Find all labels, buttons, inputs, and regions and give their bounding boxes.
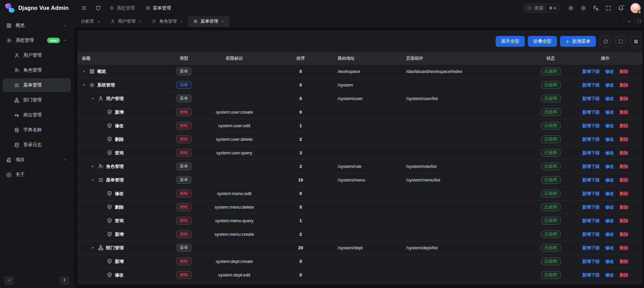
- action-edit[interactable]: 修改: [605, 164, 614, 170]
- sidebar-item-login-log[interactable]: 登录日志: [3, 138, 71, 152]
- action-edit[interactable]: 修改: [605, 136, 614, 142]
- table-fullscreen-button[interactable]: [615, 36, 626, 47]
- column-settings-button[interactable]: [630, 36, 642, 47]
- sidebar-item-users[interactable]: 用户管理: [3, 49, 71, 62]
- sort-value: 1: [267, 123, 334, 128]
- action-edit[interactable]: 修改: [605, 258, 614, 265]
- notifications-button[interactable]: [618, 5, 624, 11]
- action-delete[interactable]: 删除: [620, 150, 628, 156]
- action-delete[interactable]: 删除: [620, 204, 628, 210]
- sidebar-toggle-button[interactable]: [81, 5, 87, 11]
- global-search[interactable]: 搜索 ⌘ K: [523, 3, 561, 13]
- action-add-child[interactable]: 新增下级: [582, 272, 600, 278]
- action-delete[interactable]: 删除: [620, 136, 628, 142]
- expand-toggle-icon[interactable]: [82, 70, 86, 73]
- content-maximize-button[interactable]: [634, 16, 644, 27]
- action-delete[interactable]: 删除: [620, 245, 628, 251]
- action-add-child[interactable]: 新增下级: [582, 96, 600, 102]
- action-add-child[interactable]: 新增下级: [582, 123, 600, 129]
- permission-text: system:dept:edit: [201, 272, 267, 277]
- sidebar-item-project[interactable]: 项目: [3, 153, 71, 167]
- table-refresh-button[interactable]: [600, 36, 611, 47]
- add-menu-button[interactable]: 新增菜单: [560, 36, 596, 47]
- action-add-child[interactable]: 新增下级: [582, 231, 600, 237]
- settings-button[interactable]: [568, 5, 574, 11]
- expand-toggle-icon[interactable]: [82, 83, 86, 87]
- action-add-child[interactable]: 新增下级: [582, 218, 600, 224]
- page-refresh-button[interactable]: [95, 5, 101, 11]
- tab-close-icon[interactable]: [221, 20, 225, 23]
- sidebar-item-menus[interactable]: 菜单管理: [3, 78, 71, 92]
- action-add-child[interactable]: 新增下级: [582, 177, 600, 183]
- action-add-child[interactable]: 新增下级: [582, 164, 600, 170]
- tab-list-dropdown-button[interactable]: [624, 16, 634, 27]
- action-add-child[interactable]: 新增下级: [582, 82, 600, 88]
- tab-close-icon[interactable]: [138, 20, 142, 23]
- action-delete[interactable]: 删除: [620, 164, 628, 170]
- action-edit[interactable]: 修改: [605, 177, 614, 183]
- actions-cell: 新增下级修改删除: [568, 272, 643, 278]
- action-edit[interactable]: 修改: [605, 245, 614, 251]
- action-delete[interactable]: 删除: [620, 96, 628, 102]
- user-avatar[interactable]: [630, 3, 641, 13]
- expand-toggle-icon[interactable]: [91, 246, 95, 250]
- action-edit[interactable]: 修改: [605, 123, 614, 129]
- expand-all-button[interactable]: 展开全部: [496, 36, 525, 47]
- action-delete[interactable]: 删除: [620, 218, 628, 224]
- menu-icon: [145, 5, 150, 11]
- action-delete[interactable]: 删除: [620, 82, 628, 88]
- expand-toggle-icon[interactable]: [91, 97, 95, 100]
- action-edit[interactable]: 修改: [605, 150, 614, 156]
- action-edit[interactable]: 修改: [605, 231, 614, 237]
- sidebar-item-overview[interactable]: 概览: [3, 19, 71, 32]
- tab-close-icon[interactable]: [97, 20, 101, 23]
- action-add-child[interactable]: 新增下级: [582, 69, 600, 75]
- sidebar-item-roles[interactable]: 角色管理: [3, 63, 71, 77]
- action-edit[interactable]: 修改: [605, 191, 614, 197]
- tab-3[interactable]: 菜单管理: [188, 16, 229, 27]
- language-button[interactable]: [593, 5, 599, 11]
- action-delete[interactable]: 删除: [620, 191, 628, 197]
- action-delete[interactable]: 删除: [620, 258, 628, 265]
- tab-1[interactable]: 用户管理: [106, 16, 147, 27]
- action-delete[interactable]: 删除: [620, 109, 628, 115]
- action-edit[interactable]: 修改: [605, 82, 614, 88]
- tab-2[interactable]: 角色管理: [147, 16, 188, 27]
- sidebar-item-posts[interactable]: 岗位管理: [3, 108, 71, 122]
- action-add-child[interactable]: 新增下级: [582, 109, 600, 115]
- logo[interactable]: Djagno Vue Admin: [0, 0, 74, 16]
- action-delete[interactable]: 删除: [620, 69, 628, 75]
- action-edit[interactable]: 修改: [605, 272, 614, 278]
- action-add-child[interactable]: 新增下级: [582, 191, 600, 197]
- action-add-child[interactable]: 新增下级: [582, 245, 600, 251]
- sidebar-item-system[interactable]: 系统管理new: [3, 34, 71, 47]
- sidebar-item-dict[interactable]: 字典名称: [3, 123, 71, 137]
- sidebar-collapse-button[interactable]: [4, 276, 14, 285]
- sidebar-item-about[interactable]: 关于: [3, 168, 71, 181]
- action-edit[interactable]: 修改: [605, 204, 614, 210]
- sidebar-item-label: 登录日志: [23, 142, 42, 148]
- action-add-child[interactable]: 新增下级: [582, 150, 600, 156]
- action-delete[interactable]: 删除: [620, 123, 628, 129]
- action-add-child[interactable]: 新增下级: [582, 258, 600, 265]
- action-add-child[interactable]: 新增下级: [582, 204, 600, 210]
- action-edit[interactable]: 修改: [605, 218, 614, 224]
- action-edit[interactable]: 修改: [605, 69, 614, 75]
- tab-0[interactable]: 分析页: [76, 16, 106, 27]
- expand-toggle-icon[interactable]: [91, 165, 95, 168]
- action-delete[interactable]: 删除: [620, 177, 628, 183]
- breadcrumb-item-system[interactable]: 系统管理: [109, 5, 135, 11]
- theme-toggle-button[interactable]: [580, 5, 586, 11]
- expand-toggle-icon[interactable]: [91, 178, 95, 182]
- tab-close-icon[interactable]: [180, 20, 183, 23]
- sidebar-item-depts[interactable]: 部门管理: [3, 93, 71, 107]
- action-delete[interactable]: 删除: [620, 272, 628, 278]
- action-edit[interactable]: 修改: [605, 109, 614, 115]
- fullscreen-button[interactable]: [605, 5, 611, 11]
- action-add-child[interactable]: 新增下级: [582, 136, 600, 142]
- sidebar-pin-button[interactable]: [59, 276, 69, 285]
- breadcrumb-item-menus[interactable]: 菜单管理: [145, 5, 171, 11]
- action-edit[interactable]: 修改: [605, 96, 614, 102]
- action-delete[interactable]: 删除: [620, 231, 628, 237]
- collapse-all-button[interactable]: 折叠全部: [528, 36, 557, 47]
